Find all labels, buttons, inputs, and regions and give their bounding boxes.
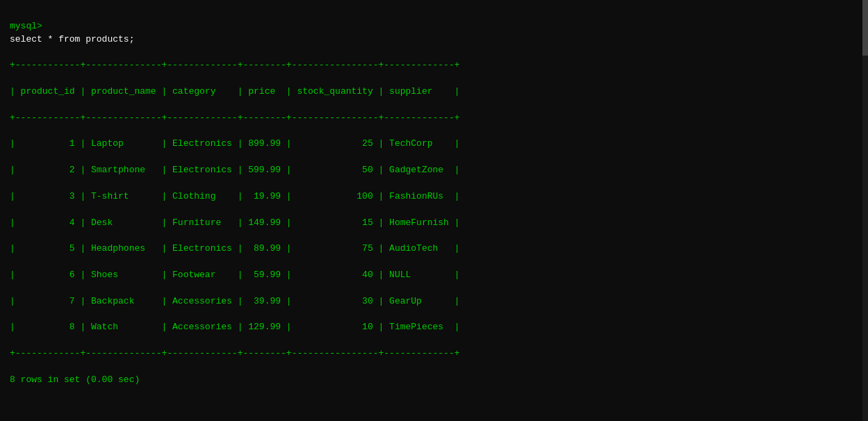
blank-line-1 <box>10 413 858 421</box>
table1-row-5: | 5 | Headphones | Electronics | 89.99 |… <box>10 242 858 256</box>
scrollbar-thumb[interactable] <box>862 0 868 56</box>
scrollbar[interactable] <box>862 0 868 421</box>
table1-row-2: | 2 | Smartphone | Electronics | 599.99 … <box>10 164 858 177</box>
table1-row-1: | 1 | Laptop | Electronics | 899.99 | 25… <box>10 138 858 151</box>
table1-header: | product_id | product_name | category |… <box>10 85 858 99</box>
table1-sep-bot: +------------+--------------+-----------… <box>10 347 858 361</box>
table1-row-7: | 7 | Backpack | Accessories | 39.99 | 3… <box>10 295 858 308</box>
command-1: select * from products; <box>10 33 858 47</box>
table1-row-6: | 6 | Shoes | Footwear | 59.99 | 40 | NU… <box>10 269 858 282</box>
terminal-output: mysql> select * from products; +--------… <box>10 7 858 421</box>
table1-footer: 8 rows in set (0.00 sec) <box>10 374 858 387</box>
table1-row-4: | 4 | Desk | Furniture | 149.99 | 15 | H… <box>10 217 858 230</box>
table1-row-8: | 8 | Watch | Accessories | 129.99 | 10 … <box>10 321 858 334</box>
table1-sep-mid: +------------+--------------+-----------… <box>10 112 858 125</box>
table1-sep-top: +------------+--------------+-----------… <box>10 59 858 72</box>
table1-row-3: | 3 | T-shirt | Clothing | 19.99 | 100 |… <box>10 190 858 204</box>
prompt-1: mysql> <box>10 20 858 33</box>
